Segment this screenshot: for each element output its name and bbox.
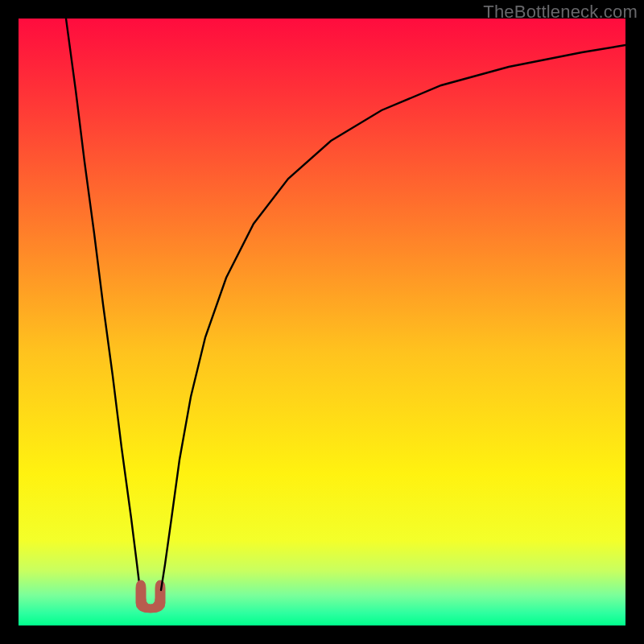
chart-container: TheBottleneck.com bbox=[0, 0, 644, 644]
curve-layer bbox=[19, 19, 625, 625]
curve-left-branch bbox=[66, 19, 140, 590]
trough-marker bbox=[136, 580, 165, 613]
curve-right-branch bbox=[161, 45, 625, 590]
watermark: TheBottleneck.com bbox=[483, 2, 638, 23]
plot-area bbox=[19, 19, 625, 625]
